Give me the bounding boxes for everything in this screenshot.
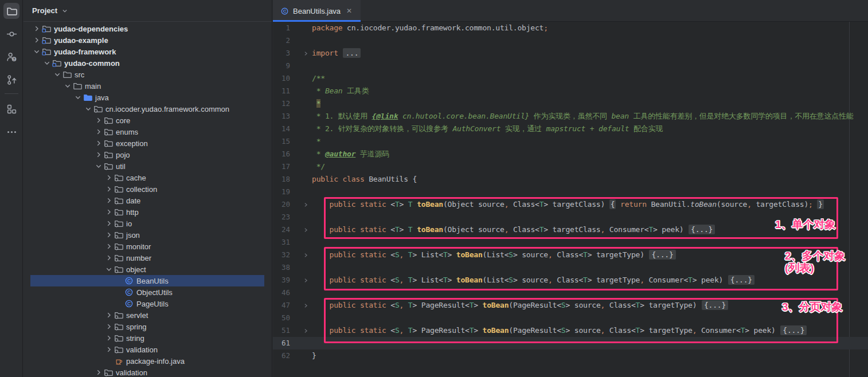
fold-region-icon[interactable]	[290, 47, 312, 60]
tree-item-spring[interactable]: spring	[24, 321, 272, 332]
chevron-down-icon[interactable]	[83, 104, 93, 113]
chevron-right-icon[interactable]	[104, 242, 114, 251]
code-line-14[interactable]: 14 * 2. 针对复杂的对象转换，可以搜参考 AuthConvert 实现，通…	[273, 123, 868, 135]
tree-item-yudao-example[interactable]: yudao-example	[24, 34, 272, 46]
chevron-right-icon[interactable]	[104, 207, 114, 217]
code-line-10[interactable]: 10/**	[273, 72, 868, 85]
tree-item-yudao-common[interactable]: yudao-common	[24, 57, 272, 69]
chevron-right-icon[interactable]	[104, 196, 114, 205]
code-line-18[interactable]: 18public class BeanUtils {	[273, 173, 868, 186]
fold-region-icon[interactable]	[290, 223, 312, 236]
tree-item-core[interactable]: core	[24, 115, 272, 126]
chevron-right-icon[interactable]	[104, 173, 114, 182]
tree-item-http[interactable]: http	[24, 206, 272, 218]
project-panel-header[interactable]: Project	[24, 0, 272, 22]
tree-item-exception[interactable]: exception	[24, 138, 272, 149]
fold-region-icon[interactable]	[290, 249, 312, 261]
tree-item-validation[interactable]: validation	[24, 344, 272, 355]
chevron-right-icon[interactable]	[104, 219, 114, 228]
chevron-down-icon[interactable]	[42, 58, 52, 68]
code-line-9[interactable]: 9	[273, 60, 868, 72]
folder-icon	[62, 70, 72, 79]
chevron-right-icon[interactable]	[104, 322, 114, 331]
tab-beanutils-java[interactable]: C BeanUtils.java ✕	[273, 0, 361, 22]
code-line-3[interactable]: 3import ...	[273, 47, 868, 60]
tree-item-validation[interactable]: validation	[24, 367, 272, 377]
activity-bar-learn-button[interactable]: ?	[3, 49, 19, 65]
chevron-down-icon[interactable]	[32, 47, 41, 56]
tree-item-monitor[interactable]: monitor	[24, 241, 272, 252]
chevron-right-icon[interactable]	[104, 333, 114, 343]
tree-item-cn-iocoder-yudao-framework-common[interactable]: cn.iocoder.yudao.framework.common	[24, 103, 272, 115]
chevron-right-icon[interactable]	[104, 345, 114, 354]
code-line-16[interactable]: 16 * @author 芋道源码	[273, 148, 868, 160]
tree-item-main[interactable]: main	[24, 80, 272, 92]
tree-item-package-info-java[interactable]: package-info.java	[24, 355, 272, 367]
chevron-down-icon[interactable]	[93, 162, 103, 171]
tree-item-label: cn.iocoder.yudao.framework.common	[105, 105, 229, 113]
chevron-right-icon[interactable]	[93, 139, 103, 148]
code-line-1[interactable]: 1package cn.iocoder.yudao.framework.comm…	[273, 22, 868, 34]
code-line-19[interactable]: 19	[273, 186, 868, 198]
fold-region-icon[interactable]	[290, 274, 312, 286]
fold-region-icon[interactable]	[290, 299, 312, 312]
chevron-down-icon[interactable]	[62, 81, 72, 91]
code-line-13[interactable]: 13 * 1. 默认使用 {@link cn.hutool.core.bean.…	[273, 110, 868, 123]
tree-item-java[interactable]: java	[24, 92, 272, 103]
svg-text:C: C	[127, 301, 130, 307]
chevron-right-icon[interactable]	[104, 230, 114, 239]
tree-item-pageutils[interactable]: CPageUtils	[24, 298, 272, 309]
tree-item-enums[interactable]: enums	[24, 126, 272, 138]
activity-bar-separator	[5, 93, 18, 94]
code-line-17[interactable]: 17 */	[273, 160, 868, 173]
code-line-62[interactable]: 62}	[273, 349, 868, 362]
tree-item-cache[interactable]: cache	[24, 172, 272, 183]
commit-icon	[6, 29, 17, 40]
tree-item-label: yudao-framework	[54, 48, 116, 56]
chevron-right-icon[interactable]	[104, 253, 114, 262]
activity-bar-pull-requests-button[interactable]	[3, 72, 19, 88]
tree-item-yudao-framework[interactable]: yudao-framework	[24, 46, 272, 57]
tree-item-label: io	[126, 219, 132, 228]
chevron-right-icon[interactable]	[32, 24, 41, 33]
tree-item-date[interactable]: date	[24, 195, 272, 206]
tree-item-number[interactable]: number	[24, 252, 272, 264]
tree-item-util[interactable]: util	[24, 160, 272, 172]
tree-item-string[interactable]: string	[24, 332, 272, 344]
chevron-right-icon[interactable]	[93, 368, 103, 377]
chevron-down-icon[interactable]	[52, 70, 62, 79]
code-line-15[interactable]: 15 *	[273, 135, 868, 148]
chevron-right-icon[interactable]	[93, 150, 103, 159]
tree-item-json[interactable]: json	[24, 229, 272, 241]
chevron-right-icon[interactable]	[104, 184, 114, 194]
chevron-down-icon[interactable]	[104, 265, 114, 274]
activity-bar-structure-button[interactable]	[3, 101, 19, 117]
chevron-down-icon[interactable]	[73, 93, 83, 102]
tree-item-yudao-dependencies[interactable]: yudao-dependencies	[24, 23, 272, 34]
tree-item-collection[interactable]: collection	[24, 183, 272, 195]
activity-bar-commit-button[interactable]	[3, 26, 19, 42]
chevron-right-icon[interactable]	[104, 311, 114, 320]
chevron-right-icon[interactable]	[32, 36, 41, 45]
tree-item-object[interactable]: object	[24, 264, 272, 275]
line-number: 9	[273, 60, 290, 72]
tree-item-src[interactable]: src	[24, 69, 272, 80]
activity-bar-more-button[interactable]	[3, 124, 19, 140]
code-line-12[interactable]: 12 *	[273, 97, 868, 110]
package-icon	[114, 322, 123, 331]
chevron-spacer	[114, 299, 124, 308]
tree-item-pojo[interactable]: pojo	[24, 149, 272, 160]
fold-region-icon[interactable]	[290, 324, 312, 337]
close-tab-icon[interactable]: ✕	[346, 7, 352, 14]
code-line-2[interactable]: 2	[273, 34, 868, 47]
tree-item-servlet[interactable]: servlet	[24, 309, 272, 321]
tree-item-beanutils[interactable]: CBeanUtils	[24, 275, 272, 286]
code-line-11[interactable]: 11 * Bean 工具类	[273, 85, 868, 97]
tree-item-objectutils[interactable]: CObjectUtils	[24, 286, 272, 298]
fold-region-icon[interactable]	[290, 198, 312, 211]
tree-item-io[interactable]: io	[24, 218, 272, 229]
chevron-right-icon[interactable]	[93, 116, 103, 125]
activity-bar-project-button[interactable]	[3, 3, 19, 19]
package-icon	[114, 184, 123, 194]
chevron-right-icon[interactable]	[93, 127, 103, 136]
